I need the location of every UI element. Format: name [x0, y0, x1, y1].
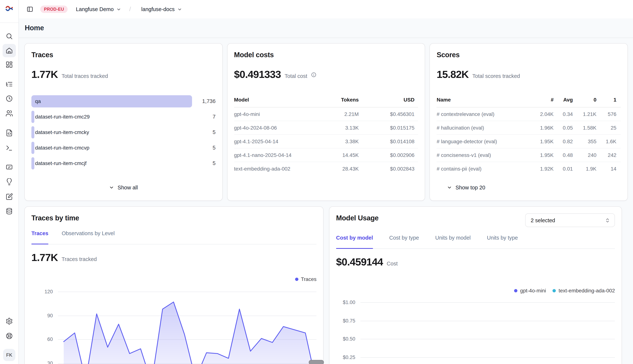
- sidebar-item-datasets[interactable]: [3, 204, 16, 218]
- table-cell: gpt-4.1-2025-04-14: [234, 134, 314, 148]
- y-axis-tick: 30: [32, 360, 53, 364]
- legend-item: text-embedding-ada-002: [553, 288, 615, 294]
- table-cell: 1.95K: [532, 148, 554, 162]
- traces-list-item[interactable]: dataset-run-item-cmcjf5: [32, 157, 216, 170]
- breadcrumb-separator: /: [129, 6, 131, 13]
- trace-count: 7: [193, 111, 216, 123]
- table-cell: $0.015175: [359, 121, 418, 134]
- tab-cost-by-model[interactable]: Cost by model: [336, 235, 373, 248]
- sidebar-item-settings[interactable]: [3, 314, 16, 328]
- model-costs-table: ModelTokensUSDgpt-4o-mini2.21M$0.456301g…: [234, 97, 418, 176]
- evals-icon: [6, 164, 13, 171]
- langfuse-logo-icon: [5, 4, 13, 12]
- users-icon: [6, 110, 13, 117]
- sidebar-item-home[interactable]: [3, 44, 16, 57]
- sidebar-item-insights[interactable]: [3, 175, 16, 189]
- sidebar-item-support[interactable]: [3, 329, 16, 342]
- card-title: Traces by time: [32, 214, 79, 222]
- sidebar-item-users[interactable]: [3, 107, 16, 120]
- traces-list-item[interactable]: dataset-run-item-cmcky5: [32, 126, 216, 138]
- show-top-20-button[interactable]: Show top 20: [445, 184, 487, 191]
- avatar[interactable]: FK: [3, 349, 15, 361]
- main-area: PROD-EU Langfuse Demo / langfuse-docs Ho…: [19, 0, 633, 364]
- tab-units-by-type[interactable]: Units by type: [487, 235, 518, 248]
- table-row: # language-detector (eval)1.95K0.823551.…: [437, 134, 621, 148]
- table-cell: 2.21M: [314, 107, 359, 121]
- project-switcher[interactable]: langfuse-docs: [139, 6, 184, 12]
- trace-name: dataset-run-item-cmcky: [35, 126, 89, 138]
- sidebar-item-playground[interactable]: [3, 142, 16, 155]
- table-cell: 14.45K: [314, 148, 359, 162]
- model-selector[interactable]: 2 selected: [525, 214, 615, 227]
- sidebar-item-annotation[interactable]: [3, 190, 16, 204]
- page-title: Home: [25, 24, 44, 32]
- sidebar-item-dashboards[interactable]: [3, 58, 16, 71]
- info-icon[interactable]: [311, 72, 317, 77]
- table-cell: $0.002843: [359, 162, 418, 176]
- chevrons-up-down-icon: [605, 218, 610, 223]
- column-header: Avg: [554, 97, 573, 107]
- trace-name: dataset-run-item-cmcvp: [35, 142, 89, 154]
- tab-traces[interactable]: Traces: [32, 230, 48, 244]
- column-header: Model: [234, 97, 314, 107]
- table-cell: 1.21K: [573, 107, 596, 121]
- table-cell: 1.6K: [596, 134, 621, 148]
- chevron-down-icon: [177, 7, 182, 12]
- table-cell: 0.48: [554, 148, 573, 162]
- sidebar-item-evals[interactable]: [3, 160, 16, 174]
- trace-bar: [32, 157, 34, 170]
- column-header: USD: [359, 97, 418, 107]
- dashboards-icon: [6, 61, 13, 68]
- sidebar-item-sessions[interactable]: [3, 92, 16, 105]
- table-row: # contextrelevance (eval)2.04K0.341.21K5…: [437, 107, 621, 121]
- gridline: [360, 320, 615, 321]
- card-title: Model Usage: [336, 214, 379, 222]
- trace-count: 5: [193, 142, 216, 154]
- table-cell: # conciseness-v1 (eval): [437, 148, 532, 162]
- prompts-icon: [6, 129, 13, 136]
- traces-bar-list: qa1,736dataset-run-item-cmc297dataset-ru…: [32, 95, 216, 170]
- insights-icon: [6, 178, 13, 186]
- sessions-icon: [6, 95, 13, 102]
- page-header: Home: [19, 18, 633, 38]
- traces-card: Traces 1.77K Total traces tracked qa1,73…: [24, 43, 223, 201]
- table-cell: 0.01: [554, 162, 573, 176]
- org-switcher[interactable]: Langfuse Demo: [74, 6, 123, 12]
- y-axis-tick: 120: [32, 289, 53, 294]
- traces-by-time-card: Traces by time TracesObservations by Lev…: [24, 206, 324, 364]
- table-cell: 3.38K: [314, 134, 359, 148]
- sidebar-toggle-button[interactable]: [25, 4, 35, 14]
- gridline: [360, 357, 615, 358]
- gridline: [360, 302, 615, 303]
- traces-list-item[interactable]: dataset-run-item-cmc297: [32, 111, 216, 123]
- table-cell: 1.95K: [532, 134, 554, 148]
- legend-item: gpt-4o-mini: [514, 288, 546, 294]
- chart-legend: gpt-4o-minitext-embedding-ada-002: [514, 288, 615, 294]
- environment-badge[interactable]: PROD-EU: [40, 6, 68, 13]
- traces-list-item[interactable]: dataset-run-item-cmcvp5: [32, 142, 216, 154]
- scores-total-label: Total scores tracked: [472, 73, 520, 79]
- horizontal-scrollbar-thumb[interactable]: [309, 360, 324, 364]
- settings-icon: [6, 318, 13, 325]
- table-cell: 0.34: [554, 107, 573, 121]
- trace-bar: [32, 126, 34, 138]
- traces-list-item[interactable]: qa1,736: [32, 95, 216, 108]
- tab-observations-by-level[interactable]: Observations by Level: [62, 230, 115, 244]
- column-header: #: [532, 97, 554, 107]
- trace-name: dataset-run-item-cmc29: [35, 111, 90, 123]
- y-axis-tick: $1.00: [336, 300, 355, 305]
- usage-cost-value: $0.459144: [336, 256, 383, 268]
- sidebar-item-tracing[interactable]: [3, 78, 16, 91]
- sidebar-item-prompts[interactable]: [3, 126, 16, 140]
- table-cell: gpt-4o-2024-08-06: [234, 121, 314, 134]
- card-title: Traces: [32, 51, 216, 59]
- show-all-button[interactable]: Show all: [25, 184, 222, 191]
- tab-units-by-model[interactable]: Units by model: [435, 235, 471, 248]
- card-title: Scores: [437, 51, 621, 59]
- table-cell: 1.92K: [532, 162, 554, 176]
- tab-cost-by-type[interactable]: Cost by type: [389, 235, 419, 248]
- project-name: langfuse-docs: [141, 6, 175, 12]
- table-row: gpt-4.1-2025-04-143.38K$0.014108: [234, 134, 418, 148]
- org-name: Langfuse Demo: [76, 6, 114, 12]
- sidebar-item-search[interactable]: [3, 30, 16, 43]
